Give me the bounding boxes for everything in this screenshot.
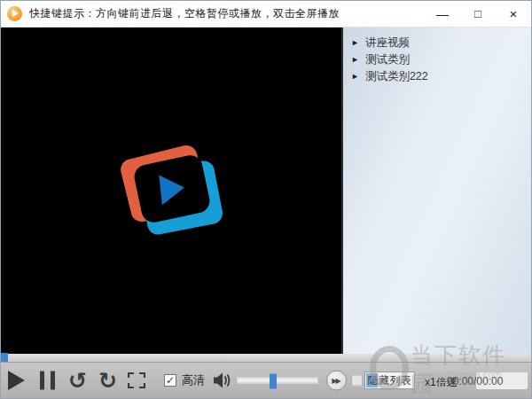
volume-handle[interactable] (270, 374, 277, 389)
fullscreen-brackets-icon (128, 372, 145, 388)
sidebar-item-test-category-222[interactable]: ► 测试类别222 (343, 68, 531, 85)
volume-slider[interactable] (237, 378, 318, 384)
tree-item-label: 讲座视频 (365, 35, 410, 51)
speed-forward-button[interactable]: ▶▶ (326, 371, 347, 391)
hide-list-label: 隐藏列表 (368, 373, 412, 388)
play-button[interactable] (8, 371, 25, 390)
minimize-button[interactable]: — (425, 1, 460, 27)
rotate-ccw-button[interactable]: ↺ (68, 370, 87, 392)
pause-bar-icon (40, 372, 44, 390)
player-window: 快捷键提示：方向键前进后退，空格暂停或播放，双击全屏播放 — □ × ► 讲座视… (0, 0, 532, 399)
titlebar: 快捷键提示：方向键前进后退，空格暂停或播放，双击全屏播放 — □ × (1, 1, 531, 27)
shortcut-hint-text: 快捷键提示：方向键前进后退，空格暂停或播放，双击全屏播放 (29, 6, 340, 21)
control-bar: ↺ ↻ ✓ 高清 ▶▶ 隐藏列表 x1倍速 0 (1, 362, 531, 398)
tree-item-label: 测试类别222 (365, 69, 428, 84)
pause-bar-icon (51, 372, 55, 390)
expand-arrow-icon[interactable]: ► (351, 56, 359, 64)
maximize-button[interactable]: □ (460, 1, 496, 27)
sidebar-item-test-category[interactable]: ► 测试类别 (343, 51, 531, 68)
hd-label: 高清 (182, 372, 205, 388)
seek-bar[interactable] (1, 354, 531, 362)
playlist-sidebar: ► 讲座视频 ► 测试类别 ► 测试类别222 (341, 27, 531, 354)
volume-icon[interactable] (213, 372, 233, 389)
time-display: 00:00/00:00 (447, 375, 503, 387)
pause-button[interactable] (40, 372, 55, 390)
speaker-icon (213, 372, 233, 389)
logo-play-icon (159, 173, 185, 206)
speed-time-group: x1倍速 00:00/00:00 (423, 363, 531, 399)
window-controls: — □ × (425, 1, 531, 27)
app-play-circle-icon (7, 6, 22, 21)
sidebar-item-lecture-videos[interactable]: ► 讲座视频 (343, 35, 531, 51)
player-logo (120, 145, 223, 237)
video-screen[interactable] (1, 27, 341, 354)
hide-list-button[interactable]: 隐藏列表 (364, 372, 415, 389)
fullscreen-button[interactable] (128, 372, 145, 388)
tree-item-label: 测试类别 (365, 52, 410, 67)
expand-arrow-icon[interactable]: ► (351, 73, 359, 81)
expand-arrow-icon[interactable]: ► (351, 39, 359, 47)
rotate-cw-button[interactable]: ↻ (98, 370, 117, 392)
mini-track-box[interactable] (351, 375, 363, 387)
close-button[interactable]: × (496, 1, 531, 27)
hd-checkbox[interactable]: ✓ (164, 374, 176, 387)
main-area: ► 讲座视频 ► 测试类别 ► 测试类别222 (1, 27, 531, 354)
